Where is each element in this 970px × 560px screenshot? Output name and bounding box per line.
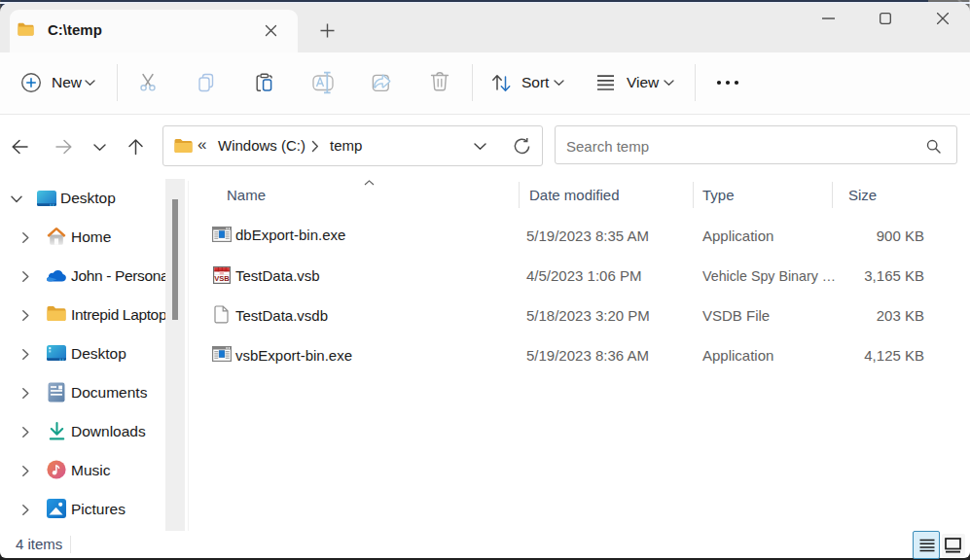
svg-text:VSB: VSB (214, 274, 230, 283)
